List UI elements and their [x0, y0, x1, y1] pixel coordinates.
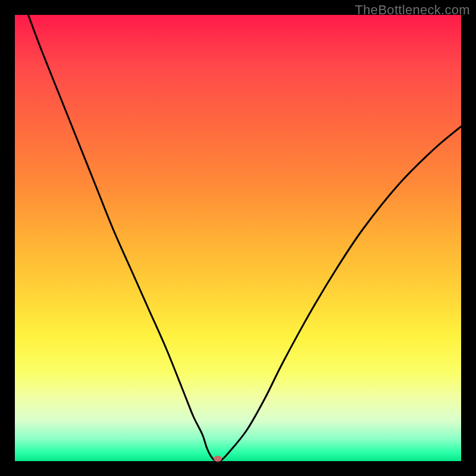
chart-frame: TheBottleneck.com [0, 0, 476, 476]
bottleneck-curve [29, 15, 462, 461]
curve-svg [15, 15, 461, 461]
watermark-text: TheBottleneck.com [355, 2, 470, 18]
